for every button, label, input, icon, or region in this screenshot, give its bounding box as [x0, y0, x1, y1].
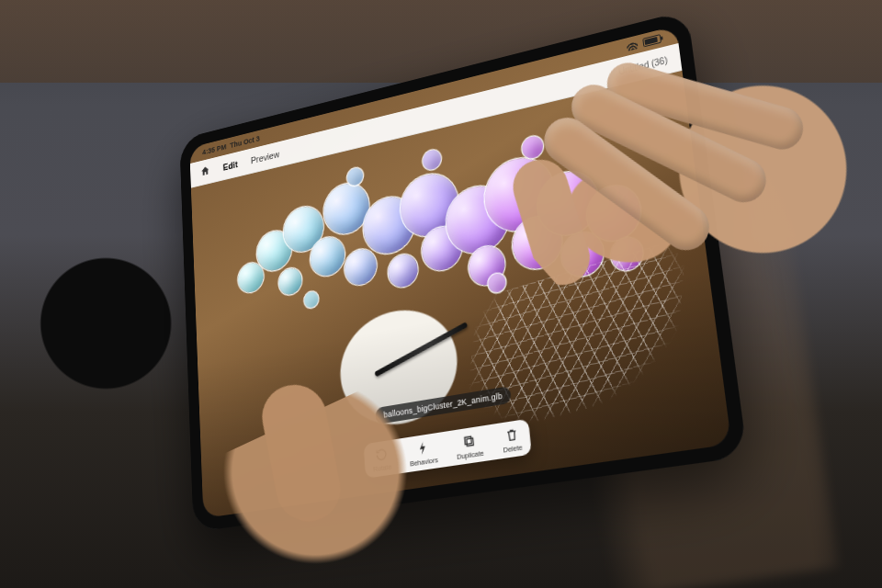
notebook-pen — [375, 322, 469, 377]
photo-scene: 4:35 PM Thu Oct 3 Edit Preview Untit — [0, 0, 882, 588]
home-button[interactable] — [200, 164, 210, 179]
delete-label: Delete — [503, 443, 523, 455]
duplicate-button[interactable]: Duplicate — [455, 432, 484, 461]
delete-button[interactable]: Delete — [502, 425, 524, 454]
trash-icon — [503, 426, 519, 444]
duplicate-label: Duplicate — [457, 448, 484, 461]
svg-rect-0 — [467, 438, 474, 447]
home-icon — [200, 164, 210, 178]
duplicate-icon — [461, 433, 476, 450]
tab-edit[interactable]: Edit — [222, 159, 238, 172]
svg-rect-1 — [465, 436, 472, 445]
tab-preview[interactable]: Preview — [251, 149, 280, 165]
